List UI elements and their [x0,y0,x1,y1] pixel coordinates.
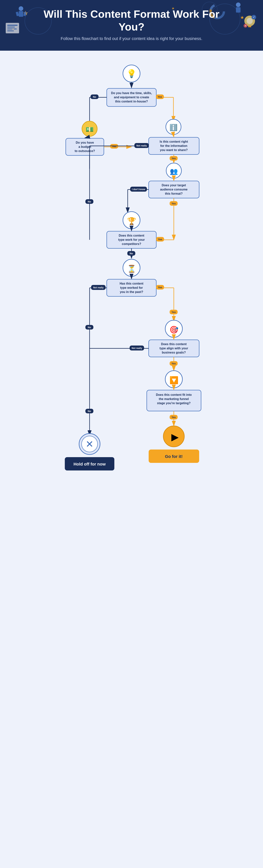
svg-rect-19 [248,26,251,27]
svg-text:ℹ️: ℹ️ [169,124,178,131]
svg-text:Do you have: Do you have [76,141,94,144]
svg-text:Is this content right: Is this content right [160,140,188,143]
main-content: 💡 Do you have the time, skills, and equi… [0,51,263,868]
svg-text:to outsource?: to outsource? [75,149,95,153]
page-title: Will This Content Format Work For You? [38,8,225,33]
svg-text:Hold off for now: Hold off for now [74,462,106,466]
svg-point-11 [236,2,240,7]
svg-text:★: ★ [23,10,28,17]
svg-text:I don't know: I don't know [132,188,145,191]
svg-point-23 [243,24,247,28]
svg-text:Does this content: Does this content [161,342,187,346]
svg-text:Yes: Yes [158,238,162,241]
svg-point-20 [246,18,253,24]
svg-rect-13 [6,23,19,33]
svg-text:the marketing funnel: the marketing funnel [159,397,189,401]
svg-text:Does this content fit into: Does this content fit into [156,393,192,396]
svg-text:this content in-house?: this content in-house? [115,100,148,103]
svg-text:★: ★ [240,15,244,20]
svg-text:Do you have the time, skills,: Do you have the time, skills, [111,91,152,95]
svg-text:✕: ✕ [86,439,94,450]
svg-text:Does your target: Does your target [162,184,186,187]
svg-text:this format?: this format? [165,192,182,195]
svg-text:Yes: Yes [172,202,176,205]
svg-rect-12 [236,7,240,12]
svg-text:👥: 👥 [170,167,178,175]
svg-text:🔽: 🔽 [169,376,179,384]
svg-text:Yes: Yes [158,95,162,98]
svg-point-21 [252,15,256,20]
flowchart-container: 💡 Do you have the time, skills, and equi… [55,62,208,863]
svg-text:you want to share?: you want to share? [160,148,188,152]
svg-point-7 [19,6,23,11]
header-section: ★ ★ ★ ★ [0,0,263,51]
svg-text:★: ★ [11,27,15,31]
svg-text:audience consume: audience consume [160,188,187,191]
svg-text:✕: ✕ [244,25,246,27]
svg-text:🎯: 🎯 [169,326,179,334]
svg-point-18 [244,16,255,26]
svg-rect-10 [23,11,27,16]
svg-rect-16 [7,29,17,29]
svg-rect-15 [7,27,15,27]
svg-text:Yes: Yes [158,286,162,289]
svg-text:business goals?: business goals? [162,351,186,354]
svg-text:⏳: ⏳ [127,265,136,273]
svg-text:Not really: Not really [137,144,147,147]
svg-text:💵: 💵 [86,126,94,133]
svg-text:type work for your: type work for your [118,238,145,241]
page-subtitle: Follow this flowchart to find out if you… [38,36,225,41]
svg-text:Not really: Not really [132,347,142,349]
svg-text:No: No [93,95,96,98]
svg-text:💡: 💡 [126,69,137,79]
svg-text:▶: ▶ [171,432,179,442]
svg-text:Go for it!: Go for it! [165,454,183,459]
svg-text:Yes: Yes [172,362,176,365]
svg-text:stage you're targeting?: stage you're targeting? [157,402,191,405]
svg-text:No: No [88,326,91,329]
svg-text:and equipment to create: and equipment to create [114,96,149,99]
svg-rect-14 [7,25,18,26]
svg-line-62 [173,135,174,137]
svg-text:🏆: 🏆 [127,217,136,225]
svg-text:you in the past?: you in the past? [120,290,143,293]
svg-rect-17 [7,30,14,31]
svg-text:Yes: Yes [172,311,176,313]
svg-text:Does this content: Does this content [119,234,144,237]
svg-text:Yes: Yes [172,416,176,418]
svg-text:✓: ✓ [253,16,255,19]
svg-text:Has this content: Has this content [120,282,144,285]
flowchart-svg: 💡 Do you have the time, skills, and equi… [55,62,208,862]
svg-line-52 [85,137,90,138]
svg-text:type align with your: type align with your [159,347,188,350]
svg-text:competitors?: competitors? [122,242,141,246]
svg-text:No: No [88,200,91,203]
svg-rect-8 [19,11,23,17]
svg-rect-9 [16,11,19,16]
svg-text:No: No [88,410,91,412]
svg-text:No: No [129,252,133,255]
svg-text:Yes: Yes [112,145,116,148]
svg-text:type worked for: type worked for [120,286,143,289]
svg-text:for the information: for the information [160,144,187,148]
svg-text:Not really: Not really [93,286,104,289]
svg-text:Yes: Yes [172,157,176,160]
